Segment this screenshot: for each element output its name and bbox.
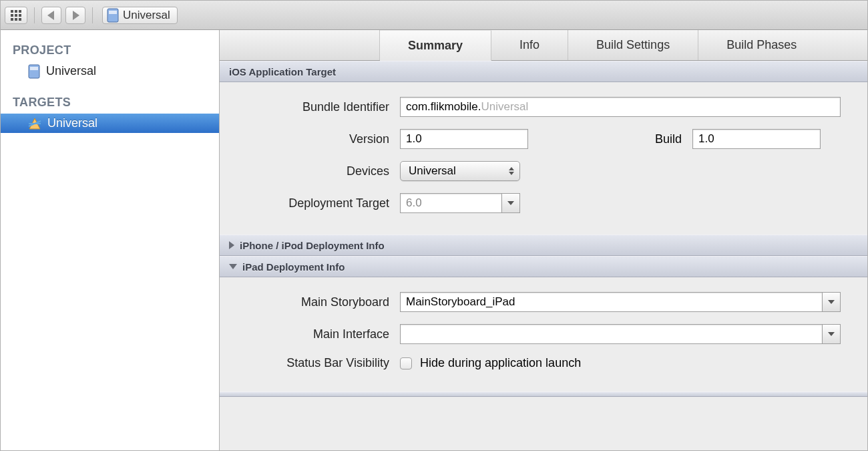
devices-select[interactable]: Universal bbox=[400, 161, 520, 181]
breadcrumb[interactable]: Universal bbox=[102, 7, 178, 24]
svg-rect-5 bbox=[30, 67, 38, 70]
main-storyboard-label: Main Storyboard bbox=[238, 295, 389, 309]
project-item-label: Universal bbox=[46, 64, 96, 78]
status-bar-checkbox-label: Hide during application launch bbox=[420, 356, 581, 370]
deployment-target-label: Deployment Target bbox=[238, 196, 389, 210]
main-storyboard-drop-button[interactable] bbox=[822, 292, 841, 312]
project-icon bbox=[27, 65, 41, 78]
sidebar-group-project: PROJECT bbox=[1, 38, 219, 61]
section-title: iOS Application Target bbox=[229, 66, 336, 78]
disclosure-down-icon bbox=[229, 264, 237, 269]
section-divider bbox=[220, 392, 867, 397]
svg-marker-1 bbox=[73, 11, 79, 20]
deployment-target-field[interactable] bbox=[400, 193, 501, 213]
main-interface-combo[interactable] bbox=[400, 324, 841, 344]
arrow-right-icon bbox=[71, 11, 79, 20]
target-app-icon bbox=[27, 117, 42, 130]
version-label: Version bbox=[238, 132, 389, 146]
svg-rect-3 bbox=[109, 11, 117, 14]
project-icon bbox=[107, 8, 119, 23]
deployment-target-drop-button[interactable] bbox=[501, 193, 520, 213]
ipad-deployment-form: Main Storyboard Main Interface Status Ba… bbox=[220, 277, 867, 392]
updown-icon bbox=[509, 167, 514, 175]
devices-label: Devices bbox=[238, 164, 389, 178]
tab-build-settings[interactable]: Build Settings bbox=[568, 30, 698, 60]
devices-value: Universal bbox=[409, 164, 456, 178]
chevron-down-icon bbox=[828, 332, 835, 336]
sidebar-group-targets: TARGETS bbox=[1, 90, 219, 114]
main-interface-drop-button[interactable] bbox=[822, 324, 841, 344]
section-iphone-ipod-deployment[interactable]: iPhone / iPod Deployment Info bbox=[220, 235, 867, 256]
arrow-left-icon bbox=[47, 11, 55, 20]
section-title: iPhone / iPod Deployment Info bbox=[240, 240, 385, 251]
section-title: iPad Deployment Info bbox=[242, 261, 345, 273]
tab-build-phases[interactable]: Build Phases bbox=[698, 30, 825, 60]
chevron-down-icon bbox=[507, 201, 514, 205]
sidebar: PROJECT Universal TARGETS Universal bbox=[1, 30, 220, 450]
ios-target-form: Bundle Identifier com.flikmobile.Univers… bbox=[220, 82, 867, 235]
disclosure-right-icon bbox=[229, 241, 234, 249]
build-label: Build bbox=[642, 132, 682, 146]
tab-strip: Summary Info Build Settings Build Phases bbox=[220, 30, 867, 61]
bundle-identifier-suffix: Universal bbox=[481, 100, 528, 114]
version-field[interactable] bbox=[400, 129, 528, 149]
target-item-label: Universal bbox=[47, 116, 97, 130]
tab-summary[interactable]: Summary bbox=[380, 30, 491, 61]
section-ipad-deployment[interactable]: iPad Deployment Info bbox=[220, 256, 867, 277]
nav-forward-button[interactable] bbox=[65, 7, 85, 24]
related-items-button[interactable] bbox=[5, 7, 27, 24]
breadcrumb-title: Universal bbox=[123, 9, 170, 22]
main-storyboard-combo[interactable] bbox=[400, 292, 841, 312]
project-item[interactable]: Universal bbox=[1, 61, 219, 81]
main-interface-field[interactable] bbox=[400, 324, 822, 344]
main-storyboard-field[interactable] bbox=[400, 292, 822, 312]
bundle-identifier-prefix: com.flikmobile. bbox=[406, 100, 481, 114]
nav-back-button[interactable] bbox=[41, 7, 61, 24]
tab-info[interactable]: Info bbox=[491, 30, 568, 60]
tab-spacer bbox=[220, 30, 380, 60]
build-field[interactable] bbox=[692, 129, 821, 149]
main-interface-label: Main Interface bbox=[238, 327, 389, 341]
status-bar-visibility-label: Status Bar Visibility bbox=[238, 356, 389, 370]
bundle-identifier-label: Bundle Identifier bbox=[238, 100, 389, 114]
grid-icon bbox=[11, 10, 21, 21]
section-ios-application-target[interactable]: iOS Application Target bbox=[220, 61, 867, 82]
divider bbox=[92, 7, 93, 23]
bundle-identifier-field[interactable]: com.flikmobile.Universal bbox=[400, 97, 841, 117]
deployment-target-combo[interactable] bbox=[400, 193, 520, 213]
svg-marker-0 bbox=[47, 11, 54, 20]
chevron-down-icon bbox=[828, 300, 835, 304]
divider bbox=[34, 7, 35, 23]
toolbar: Universal bbox=[1, 1, 867, 30]
status-bar-checkbox[interactable] bbox=[400, 357, 412, 369]
target-item[interactable]: Universal bbox=[1, 114, 219, 133]
content-area: Summary Info Build Settings Build Phases… bbox=[220, 30, 867, 450]
